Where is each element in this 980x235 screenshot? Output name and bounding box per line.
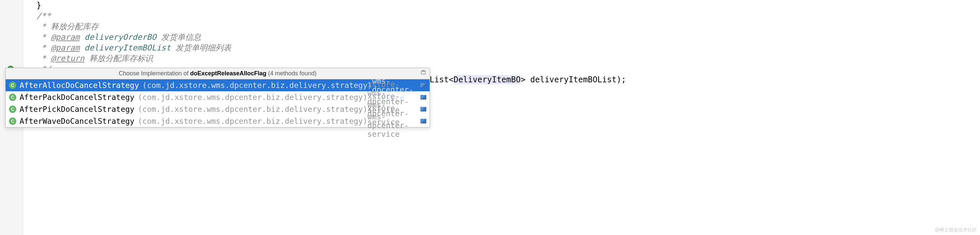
implementation-item[interactable]: C AfterWaveDoCancelStrategy (com.jd.xsto… <box>6 115 430 127</box>
popup-title-bar: Choose Implementation of doExceptRelease… <box>6 68 430 79</box>
implementation-item[interactable]: C AfterPackDoCancelStrategy (com.jd.xsto… <box>6 91 430 103</box>
class-name-label: AfterAllocDoCancelStrategy <box>19 81 139 90</box>
class-icon: C <box>9 94 16 101</box>
code-line: * @param deliveryItemBOList 发货单明细列表 <box>23 43 980 53</box>
watermark: @稀土掘金技术社区 <box>935 227 977 233</box>
package-label: (com.jd.xstore.wms.dpcenter.biz.delivery… <box>142 81 372 90</box>
class-icon: C <box>9 106 16 113</box>
module-icon <box>420 95 426 99</box>
popup-title-suffix: (4 methods found) <box>266 70 317 77</box>
code-line: /** <box>23 11 980 21</box>
popup-title-method: doExceptReleaseAllocFlag <box>190 70 266 77</box>
implementation-item[interactable]: C AfterAllocDoCancelStrategy (com.jd.xst… <box>6 79 430 91</box>
popup-title-prefix: Choose Implementation of <box>119 70 190 77</box>
implementation-item[interactable]: C AfterPickDoCancelStrategy (com.jd.xsto… <box>6 103 430 115</box>
implementation-chooser-popup: Choose Implementation of doExceptRelease… <box>5 68 430 128</box>
pin-icon[interactable] <box>420 70 426 76</box>
module-icon <box>420 83 426 88</box>
package-label: (com.jd.xstore.wms.dpcenter.biz.delivery… <box>138 93 367 102</box>
class-icon: C <box>9 117 16 125</box>
module-icon <box>420 107 426 112</box>
code-line: * 释放分配库存 <box>23 21 980 32</box>
class-name-label: AfterPackDoCancelStrategy <box>19 93 134 102</box>
package-label: (com.jd.xstore.wms.dpcenter.biz.delivery… <box>138 117 367 125</box>
class-icon: C <box>9 82 16 89</box>
code-line: } <box>23 0 980 11</box>
code-line: * @param deliveryOrderBO 发货单信息 <box>23 32 980 43</box>
package-label: (com.jd.xstore.wms.dpcenter.biz.delivery… <box>138 105 367 114</box>
code-line: * @return 释放分配库存标识 <box>23 53 980 64</box>
module-icon <box>420 119 426 123</box>
module-label: xstore-wms-dpcenter-service <box>368 104 418 138</box>
class-name-label: AfterPickDoCancelStrategy <box>19 105 134 114</box>
class-name-label: AfterWaveDoCancelStrategy <box>19 117 134 125</box>
implementation-list: C AfterAllocDoCancelStrategy (com.jd.xst… <box>6 79 430 127</box>
